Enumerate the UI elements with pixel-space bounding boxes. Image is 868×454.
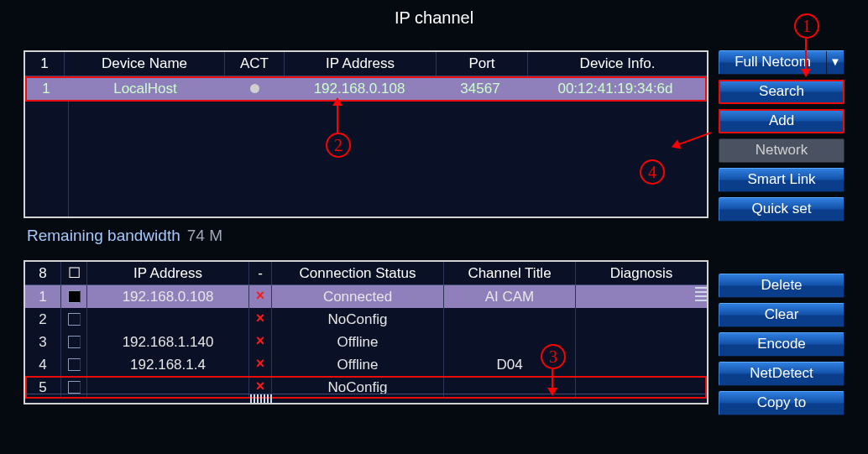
device-row-act — [225, 78, 284, 100]
clear-button[interactable]: Clear — [719, 303, 844, 327]
row-ip: 192.168.1.140 — [87, 331, 249, 353]
device-row-name: LocalHost — [65, 78, 225, 100]
callout-2-arrow — [337, 106, 338, 134]
col-ip: IP Address — [285, 52, 437, 76]
row-channel-title: AI CAM — [444, 285, 576, 308]
device-row[interactable]: 1 LocalHost 192.168.0.108 34567 00:12:41… — [25, 76, 707, 102]
col-connection: Connection Status — [272, 262, 444, 284]
device-list-header: 1 Device Name ACT IP Address Port Device… — [25, 52, 707, 76]
network-button: Network — [719, 138, 844, 163]
row-index: 1 — [25, 285, 61, 308]
device-row-port: 34567 — [435, 78, 526, 100]
status-row[interactable]: 1192.168.0.108×ConnectedAI CAM — [25, 285, 707, 308]
quick-set-button[interactable]: Quick set — [719, 197, 844, 222]
row-delete-icon[interactable]: × — [249, 285, 272, 308]
device-row-info: 00:12:41:19:34:6d — [526, 78, 705, 100]
col-check: ☐ — [61, 262, 87, 284]
row-channel-title — [444, 308, 576, 331]
row-delete-icon[interactable]: × — [249, 353, 272, 376]
row-connection: Offline — [272, 331, 444, 353]
row-connection: Connected — [272, 285, 444, 308]
row-connection: Offline — [272, 353, 444, 376]
row-diagnosis — [576, 285, 707, 308]
col-count: 8 — [25, 262, 61, 284]
chevron-down-icon: ▼ — [826, 51, 844, 74]
device-row-index: 1 — [27, 78, 65, 100]
col-act: ACT — [225, 52, 285, 76]
vertical-scrollbar[interactable] — [695, 287, 707, 304]
row-checkbox[interactable] — [61, 331, 87, 353]
encode-button[interactable]: Encode — [719, 332, 844, 357]
device-row-ip: 192.168.0.108 — [284, 78, 435, 100]
callout-4: 4 — [640, 159, 665, 185]
delete-button[interactable]: Delete — [719, 274, 844, 298]
row-ip: 192.168.0.108 — [87, 285, 249, 308]
status-header: 8 ☐ IP Address - Connection Status Chann… — [25, 262, 707, 285]
row-index: 4 — [25, 353, 61, 376]
row-ip: 192.168.1.4 — [87, 353, 249, 376]
callout-1: 1 — [794, 13, 819, 39]
row-checkbox[interactable] — [61, 308, 87, 331]
row-checkbox[interactable] — [61, 353, 87, 376]
side-button-panel: Full Netcom▼ Search Add Network Smart Li… — [719, 50, 844, 415]
channel-status-list[interactable]: 8 ☐ IP Address - Connection Status Chann… — [24, 260, 709, 404]
status-row[interactable]: 4192.168.1.4×OfflineD04 — [25, 353, 707, 376]
row-connection: NoConfig — [272, 308, 444, 331]
col-channel-title: Channel Title — [444, 262, 576, 284]
col-diagnosis: Diagnosis — [576, 262, 707, 284]
col-device-name: Device Name — [65, 52, 225, 76]
add-button[interactable]: Add — [719, 109, 844, 133]
netdetect-button[interactable]: NetDetect — [719, 362, 844, 386]
horizontal-scrollbar[interactable] — [25, 394, 707, 403]
row-diagnosis — [576, 308, 707, 331]
col-port: Port — [437, 52, 528, 76]
row-checkbox[interactable] — [61, 285, 87, 308]
row-delete-icon[interactable]: × — [249, 308, 272, 331]
protocol-dropdown[interactable]: Full Netcom▼ — [719, 50, 844, 75]
callout-3: 3 — [541, 344, 566, 369]
row-index: 2 — [25, 308, 61, 331]
col-ip2: IP Address — [87, 262, 249, 284]
row-index: 3 — [25, 331, 61, 353]
page-title: IP channel — [0, 0, 868, 28]
callout-1-arrow — [805, 39, 807, 76]
row-diagnosis — [576, 353, 707, 376]
status-row[interactable]: 2×NoConfig — [25, 308, 707, 331]
row-ip — [87, 308, 249, 331]
col-index: 1 — [25, 52, 65, 76]
col-device-info: Device Info. — [528, 52, 707, 76]
search-button[interactable]: Search — [719, 80, 844, 104]
row-delete-icon[interactable]: × — [249, 331, 272, 353]
bulb-icon — [250, 84, 259, 93]
col-delete: - — [249, 262, 272, 284]
row-diagnosis — [576, 331, 707, 353]
copy-to-button[interactable]: Copy to — [719, 391, 844, 415]
smart-link-button[interactable]: Smart Link — [719, 168, 844, 192]
callout-3-arrow — [552, 369, 553, 394]
remaining-bandwidth: Remaining bandwidth74 M — [27, 227, 709, 245]
device-list[interactable]: 1 Device Name ACT IP Address Port Device… — [24, 50, 709, 218]
callout-2: 2 — [326, 133, 351, 158]
status-row[interactable]: 3192.168.1.140×Offline — [25, 331, 707, 353]
